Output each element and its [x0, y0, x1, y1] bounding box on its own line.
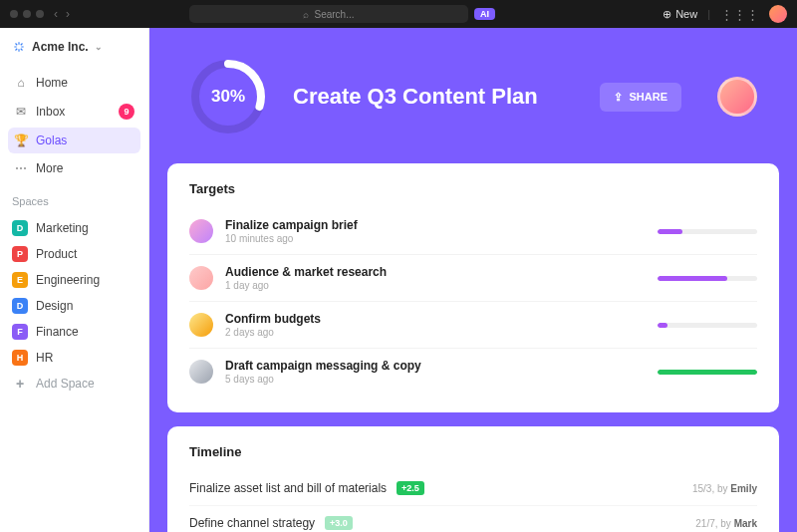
space-icon: P — [12, 246, 28, 262]
target-title: Audience & market research — [225, 265, 646, 279]
progress-percent: 30% — [189, 58, 267, 135]
workspace-name: Acme Inc. — [32, 40, 89, 54]
score-badge: +2.5 — [397, 481, 424, 495]
target-meta: 1 day ago — [225, 280, 646, 291]
target-row[interactable]: Finalize campaign brief10 minutes ago — [189, 208, 757, 254]
apps-grid-icon[interactable]: ⋮⋮⋮ — [720, 7, 759, 22]
sidebar-item-more[interactable]: ⋯More — [8, 155, 140, 181]
space-item[interactable]: FFinance — [8, 319, 140, 345]
timeline-meta: 15/3, by Emily — [692, 483, 757, 494]
progress-ring: 30% — [189, 58, 267, 135]
sidebar-item-inbox[interactable]: ✉Inbox9 — [8, 98, 140, 126]
sidebar-item-goals[interactable]: 🏆Golas — [8, 128, 140, 153]
timeline-meta: 21/7, by Mark — [695, 518, 757, 529]
space-label: Marketing — [36, 221, 89, 235]
assignee-avatar — [189, 219, 213, 243]
space-icon: E — [12, 272, 28, 288]
space-item[interactable]: DMarketing — [8, 215, 140, 241]
progress-bar — [658, 323, 757, 328]
space-icon: D — [12, 220, 28, 236]
divider: | — [707, 8, 710, 20]
space-label: Design — [36, 299, 73, 313]
target-title: Finalize campaign brief — [225, 218, 646, 232]
timeline-item-title: Finalize asset list and bill of material… — [189, 481, 387, 495]
timeline-row[interactable]: Finalize asset list and bill of material… — [189, 471, 757, 505]
target-title: Draft campaign messaging & copy — [225, 359, 646, 373]
target-row[interactable]: Confirm budgets2 days ago — [189, 301, 757, 348]
space-icon: D — [12, 298, 28, 314]
plus-icon: ⊕ — [663, 8, 671, 21]
target-meta: 10 minutes ago — [225, 233, 646, 244]
home-icon: ⌂ — [14, 76, 28, 90]
trophy-icon: 🏆 — [14, 133, 28, 147]
assignee-avatar — [189, 360, 213, 384]
nav-arrows[interactable]: ‹› — [54, 7, 70, 21]
space-icon: H — [12, 350, 28, 366]
progress-bar — [658, 276, 757, 281]
back-icon[interactable]: ‹ — [54, 7, 58, 21]
timeline-row[interactable]: Define channel strategy+3.021/7, by Mark — [189, 505, 757, 532]
workspace-icon — [12, 40, 26, 54]
target-meta: 2 days ago — [225, 327, 646, 338]
space-label: Finance — [36, 325, 79, 339]
search-icon: ⌕ — [303, 9, 309, 20]
search-placeholder: Search... — [314, 9, 354, 20]
timeline-title: Timeline — [189, 444, 757, 459]
space-label: Engineering — [36, 273, 100, 287]
score-badge: +3.0 — [325, 516, 353, 530]
sidebar: Acme Inc. ⌄ ⌂Home ✉Inbox9 🏆Golas ⋯More S… — [0, 28, 149, 532]
targets-card: Targets Finalize campaign brief10 minute… — [167, 163, 779, 412]
add-space-button[interactable]: +Add Space — [8, 371, 140, 397]
inbox-badge: 9 — [119, 104, 134, 120]
share-button[interactable]: ⇪SHARE — [600, 83, 681, 112]
timeline-item-title: Define channel strategy — [189, 516, 315, 530]
spaces-heading: Spaces — [12, 195, 136, 207]
main-content: 30% Create Q3 Content Plan ⇪SHARE Target… — [149, 28, 797, 532]
topbar: ‹› ⌕ Search... AI ⊕New | ⋮⋮⋮ — [0, 0, 797, 28]
progress-bar — [658, 370, 757, 375]
space-label: HR — [36, 351, 53, 365]
chevron-down-icon: ⌄ — [95, 42, 103, 52]
space-icon: F — [12, 324, 28, 340]
target-meta: 5 days ago — [225, 374, 646, 385]
targets-title: Targets — [189, 181, 757, 196]
search-input[interactable]: ⌕ Search... — [189, 5, 468, 23]
assignee-avatar — [189, 313, 213, 337]
user-avatar[interactable] — [769, 5, 787, 23]
target-row[interactable]: Draft campaign messaging & copy5 days ag… — [189, 348, 757, 395]
progress-bar — [658, 229, 757, 234]
owner-avatar[interactable] — [717, 77, 757, 117]
page-title: Create Q3 Content Plan — [293, 84, 574, 110]
space-item[interactable]: EEngineering — [8, 267, 140, 293]
target-row[interactable]: Audience & market research1 day ago — [189, 254, 757, 301]
space-item[interactable]: PProduct — [8, 241, 140, 267]
assignee-avatar — [189, 266, 213, 290]
share-icon: ⇪ — [614, 91, 623, 104]
hero: 30% Create Q3 Content Plan ⇪SHARE — [149, 28, 797, 163]
space-item[interactable]: DDesign — [8, 293, 140, 319]
sidebar-item-home[interactable]: ⌂Home — [8, 70, 140, 96]
space-label: Product — [36, 247, 77, 261]
plus-icon: + — [12, 376, 28, 392]
more-icon: ⋯ — [14, 161, 28, 175]
target-title: Confirm budgets — [225, 312, 646, 326]
new-button[interactable]: ⊕New — [663, 8, 697, 21]
forward-icon[interactable]: › — [66, 7, 70, 21]
space-item[interactable]: HHR — [8, 345, 140, 371]
ai-badge[interactable]: AI — [474, 8, 495, 20]
window-controls[interactable] — [10, 10, 44, 18]
workspace-switcher[interactable]: Acme Inc. ⌄ — [8, 38, 140, 56]
inbox-icon: ✉ — [14, 105, 28, 119]
timeline-card: Timeline Finalize asset list and bill of… — [167, 426, 779, 532]
